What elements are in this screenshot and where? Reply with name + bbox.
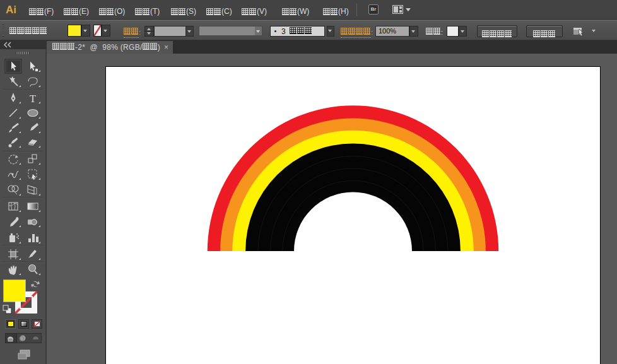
svg-text:T: T bbox=[30, 93, 37, 105]
